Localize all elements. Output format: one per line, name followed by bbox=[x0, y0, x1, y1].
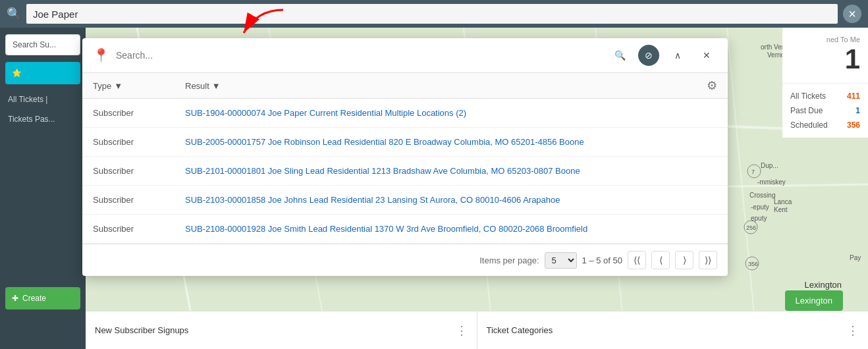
pagination-first-button[interactable]: ⟨⟨ bbox=[628, 251, 646, 269]
pin-icon[interactable]: 📍 bbox=[93, 47, 109, 63]
modal-header-actions: 🔍 ⊘ ∧ ✕ bbox=[609, 45, 717, 66]
create-button[interactable]: ✚ Create bbox=[5, 287, 80, 309]
red-arrow bbox=[217, 3, 296, 43]
table-row[interactable]: Subscriber SUB-2101-00001801 Joe Sling L… bbox=[82, 157, 728, 186]
svg-text:7: 7 bbox=[751, 169, 755, 175]
stat-label-0: All Tickets bbox=[790, 92, 826, 101]
row-result-1[interactable]: SUB-2005-00001757 Joe Robinson Lead Resi… bbox=[185, 137, 717, 147]
bottom-panels: New Subscriber Signups ⋮ Ticket Categori… bbox=[86, 311, 868, 349]
tickets-past-item[interactable]: Tickets Pas... bbox=[0, 109, 86, 129]
svg-text:256: 256 bbox=[746, 225, 756, 231]
stat-value-1: 1 bbox=[855, 106, 860, 115]
search-modal-search-button[interactable]: 🔍 bbox=[609, 45, 630, 66]
row-type-4: Subscriber bbox=[93, 224, 185, 234]
table-header: Type ▼ Result ▼ ⚙ bbox=[82, 73, 728, 99]
top-search-icon: 🔍 bbox=[7, 7, 21, 21]
lexington-map-label: Lexington bbox=[805, 280, 842, 290]
left-sidebar: Search Su... ⭐ All Tickets | Tickets Pas… bbox=[0, 28, 86, 349]
panel-title-1: Ticket Categories bbox=[487, 325, 553, 335]
stat-row-0: All Tickets 411 bbox=[790, 89, 860, 103]
pagination-last-button[interactable]: ⟩⟩ bbox=[699, 251, 717, 269]
pagination-prev-button[interactable]: ⟨ bbox=[651, 251, 670, 269]
stats-panel: All Tickets 411 Past Due 1 Scheduled 356 bbox=[782, 84, 868, 138]
stat-value-2: 356 bbox=[847, 121, 860, 130]
row-result-3[interactable]: SUB-2103-00001858 Joe Johns Lead Residen… bbox=[185, 195, 717, 205]
svg-text:-eputy: -eputy bbox=[751, 203, 769, 211]
search-sub-button[interactable]: Search Su... bbox=[5, 34, 80, 55]
table-row[interactable]: Subscriber SUB-2103-00001858 Joe Johns L… bbox=[82, 186, 728, 215]
svg-text:356: 356 bbox=[748, 261, 758, 267]
table-row[interactable]: Subscriber SUB-2005-00001757 Joe Robinso… bbox=[82, 128, 728, 157]
row-type-1: Subscriber bbox=[93, 137, 185, 147]
svg-text:Lanca: Lanca bbox=[774, 198, 792, 205]
stat-row-2: Scheduled 356 bbox=[790, 118, 860, 132]
table-row[interactable]: Subscriber SUB-1904-00000074 Joe Paper C… bbox=[82, 99, 728, 128]
create-icon: ✚ bbox=[12, 294, 18, 303]
items-per-page-label: Items per page: bbox=[479, 255, 539, 265]
search-modal-close-button[interactable]: ✕ bbox=[696, 45, 717, 66]
row-type-2: Subscriber bbox=[93, 166, 185, 176]
type-dropdown-icon: ▼ bbox=[114, 81, 122, 91]
top-search-input[interactable] bbox=[26, 4, 838, 24]
stat-row-1: Past Due 1 bbox=[790, 103, 860, 118]
table-row[interactable]: Subscriber SUB-2108-00001928 Joe Smith L… bbox=[82, 215, 728, 244]
row-type-3: Subscriber bbox=[93, 195, 185, 205]
row-result-2[interactable]: SUB-2101-00001801 Joe Sling Lead Residen… bbox=[185, 166, 717, 176]
svg-text:Crossing: Crossing bbox=[749, 192, 775, 199]
svg-text:Kent: Kent bbox=[774, 206, 788, 213]
settings-column-button[interactable]: ⚙ bbox=[707, 78, 717, 93]
stat-label-2: Scheduled bbox=[790, 121, 828, 130]
search-modal-collapse-button[interactable]: ∧ bbox=[667, 45, 688, 66]
result-dropdown-icon: ▼ bbox=[212, 81, 221, 91]
top-search-bar: 🔍 × bbox=[0, 0, 868, 28]
assigned-label: ned To Me bbox=[790, 36, 860, 43]
right-panel: ned To Me 1 All Tickets 411 Past Due 1 S… bbox=[782, 28, 868, 138]
stat-label-1: Past Due bbox=[790, 106, 823, 115]
search-table: Type ▼ Result ▼ ⚙ Subscriber SUB-1904-00… bbox=[82, 73, 728, 276]
search-modal-input[interactable] bbox=[116, 50, 603, 61]
star-icon: ⭐ bbox=[12, 68, 22, 78]
panel-menu-icon-1[interactable]: ⋮ bbox=[847, 323, 859, 338]
assigned-count: 1 bbox=[790, 43, 860, 75]
items-per-page-select[interactable]: 5 10 25 bbox=[545, 252, 577, 269]
panel-menu-icon-0[interactable]: ⋮ bbox=[456, 323, 468, 338]
bottom-panel-1: Ticket Categories ⋮ bbox=[477, 311, 869, 349]
assigned-to-me-panel: ned To Me 1 bbox=[782, 28, 868, 84]
row-result-0[interactable]: SUB-1904-00000074 Joe Paper Current Resi… bbox=[185, 108, 717, 118]
panel-title-0: New Subscriber Signups bbox=[95, 325, 188, 335]
search-modal-header: 📍 🔍 ⊘ ∧ ✕ bbox=[82, 38, 728, 73]
bottom-panel-0: New Subscriber Signups ⋮ bbox=[86, 311, 477, 349]
table-rows-container: Subscriber SUB-1904-00000074 Joe Paper C… bbox=[82, 99, 728, 244]
map-location-button[interactable]: Lexington bbox=[785, 290, 843, 311]
svg-text:Dup...: Dup... bbox=[761, 162, 778, 169]
stat-value-0: 411 bbox=[847, 92, 860, 101]
pagination: Items per page: 5 10 25 1 – 5 of 50 ⟨⟨ ⟨… bbox=[82, 244, 728, 276]
favorites-button[interactable]: ⭐ bbox=[5, 62, 80, 84]
pagination-range: 1 – 5 of 50 bbox=[582, 255, 622, 265]
all-tickets-item[interactable]: All Tickets | bbox=[0, 90, 86, 109]
search-modal-compass-button[interactable]: ⊘ bbox=[638, 45, 659, 66]
create-label: Create bbox=[22, 294, 46, 303]
top-search-clear-button[interactable]: × bbox=[843, 5, 861, 23]
row-type-0: Subscriber bbox=[93, 108, 185, 118]
type-column-header[interactable]: Type ▼ bbox=[93, 81, 185, 91]
pagination-next-button[interactable]: ⟩ bbox=[675, 251, 693, 269]
result-column-header[interactable]: Result ▼ bbox=[185, 81, 707, 91]
row-result-4[interactable]: SUB-2108-00001928 Joe Smith Lead Residen… bbox=[185, 224, 717, 234]
svg-text:Pay: Pay bbox=[850, 254, 861, 261]
svg-text:-mmiskey: -mmiskey bbox=[757, 178, 786, 186]
search-modal: 📍 🔍 ⊘ ∧ ✕ Type ▼ Result ▼ ⚙ Subscriber S… bbox=[82, 38, 728, 276]
